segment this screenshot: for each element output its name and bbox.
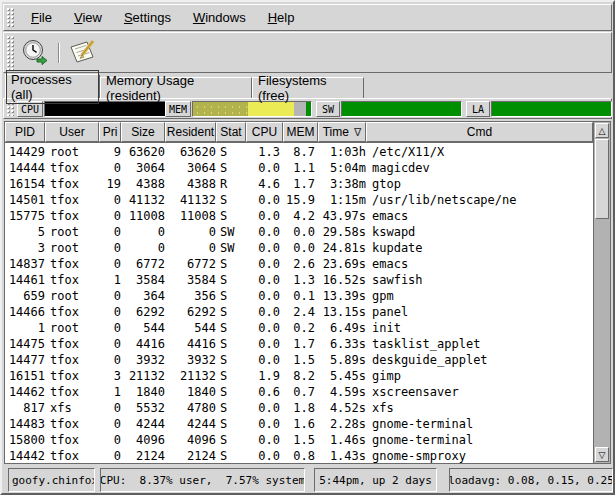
menu-file[interactable]: File: [20, 7, 63, 28]
cell-pid: 15800: [5, 432, 45, 448]
cell-mem: 1.7: [283, 336, 318, 352]
process-row[interactable]: 16154 tfox 19 4388 4388 R 4.6 1.7 3:38m …: [5, 176, 593, 192]
cell-mem: 1.3: [283, 272, 318, 288]
loadavg-monitor-label[interactable]: LA: [466, 101, 490, 117]
column-header-time[interactable]: Time∇: [318, 122, 366, 142]
cell-cmd: /usr/lib/netscape/ne: [366, 192, 593, 208]
process-row[interactable]: 14461 tfox 1 3584 3584 S 0.0 1.3 16.52s …: [5, 272, 593, 288]
cell-user: tfox: [45, 304, 99, 320]
cell-user: tfox: [45, 256, 99, 272]
process-row[interactable]: 14483 tfox 0 4244 4244 S 0.0 1.6 2.28s g…: [5, 416, 593, 432]
cell-cmd: sawfish: [366, 272, 593, 288]
cell-mem: 1.7: [283, 176, 318, 192]
clock-run-icon: [20, 38, 50, 70]
column-header-pri[interactable]: Pri: [99, 122, 121, 142]
cell-cmd: gnome-terminal: [366, 416, 593, 432]
menu-view[interactable]: View: [63, 7, 113, 28]
process-row[interactable]: 3 root 0 0 0 SW 0.0 0.0 24.81s kupdate: [5, 240, 593, 256]
loadavg-bar[interactable]: [491, 101, 612, 117]
process-row[interactable]: 14466 tfox 0 6292 6292 S 0.0 2.4 13.15s …: [5, 304, 593, 320]
process-row[interactable]: 14477 tfox 0 3932 3932 S 0.0 1.5 5.89s d…: [5, 352, 593, 368]
cell-pid: 16151: [5, 368, 45, 384]
tab-memory-usage[interactable]: Memory Usage (resident): [100, 77, 252, 98]
column-header-user[interactable]: User: [45, 122, 99, 142]
column-header-mem[interactable]: MEM: [283, 122, 318, 142]
process-row[interactable]: 817 xfs 0 5532 4780 S 0.0 1.8 4.52s xfs: [5, 400, 593, 416]
process-row[interactable]: 15800 tfox 0 4096 4096 S 0.0 1.5 1.46s g…: [5, 432, 593, 448]
cell-time: 2.28s: [318, 416, 366, 432]
process-row[interactable]: 15775 tfox 0 11008 11008 S 0.0 4.2 43.97…: [5, 208, 593, 224]
menu-file-rest: ile: [39, 10, 52, 25]
cell-stat: S: [216, 288, 246, 304]
tab-filesystems-label: Filesystems (free): [253, 72, 363, 104]
toolbar-separator: [58, 43, 60, 63]
cell-pid: 14462: [5, 384, 45, 400]
column-header-pid[interactable]: PID: [5, 122, 45, 142]
column-header-cpu[interactable]: CPU: [246, 122, 283, 142]
tab-processes[interactable]: Processes (all): [5, 74, 100, 98]
cell-mem: 15.9: [283, 192, 318, 208]
scroll-up-button[interactable]: △: [595, 123, 609, 138]
column-header-stat[interactable]: Stat: [216, 122, 246, 142]
process-row[interactable]: 14442 tfox 0 2124 2124 S 0.0 0.8 1.43s g…: [5, 448, 593, 463]
vertical-scrollbar[interactable]: △ ▽: [593, 122, 610, 463]
menu-settings-key: S: [124, 10, 133, 25]
process-row[interactable]: 14462 tfox 1 1840 1840 S 0.6 0.7 4.59s x…: [5, 384, 593, 400]
cell-time: 5:04m: [318, 160, 366, 176]
tab-filesystems[interactable]: Filesystems (free): [252, 77, 364, 98]
scrollbar-thumb[interactable]: [595, 139, 609, 219]
cell-cpu: 0.0: [246, 336, 283, 352]
menubar-grip-handle[interactable]: [6, 7, 15, 28]
toolbar-grip-handle[interactable]: [6, 35, 15, 70]
cell-cpu: 4.6: [246, 176, 283, 192]
process-row[interactable]: 5 root 0 0 0 SW 0.0 0.0 29.58s kswapd: [5, 224, 593, 240]
gtop-window: File View Settings Windows Help: [0, 0, 615, 495]
cell-pid: 659: [5, 288, 45, 304]
cell-resident: 6772: [165, 256, 216, 272]
memo-button[interactable]: [66, 39, 98, 68]
menu-bar: File View Settings Windows Help: [3, 4, 612, 31]
column-header-size[interactable]: Size: [121, 122, 165, 142]
cell-cpu: 1.3: [246, 144, 283, 160]
cell-size: 6772: [121, 256, 165, 272]
cell-stat: SW: [216, 240, 246, 256]
cell-cmd: /etc/X11/X: [366, 144, 593, 160]
process-row[interactable]: 1 root 0 544 544 S 0.0 0.2 6.49s init: [5, 320, 593, 336]
menu-windows[interactable]: Windows: [182, 7, 257, 28]
cell-user: tfox: [45, 352, 99, 368]
column-header-cmd[interactable]: Cmd: [366, 122, 593, 142]
process-row[interactable]: 14429 root 9 63620 63620 S 1.3 8.7 1:03h…: [5, 144, 593, 160]
process-row[interactable]: 14475 tfox 0 4416 4416 S 0.0 1.7 6.33s t…: [5, 336, 593, 352]
timer-clock-button[interactable]: [19, 39, 51, 68]
cell-cmd: deskguide_applet: [366, 352, 593, 368]
scroll-down-button[interactable]: ▽: [595, 447, 609, 462]
cell-resident: 544: [165, 320, 216, 336]
menu-settings-rest: ettings: [133, 10, 171, 25]
cell-time: 1:03h: [318, 144, 366, 160]
process-row[interactable]: 14501 tfox 0 41132 41132 S 0.0 15.9 1:15…: [5, 192, 593, 208]
menu-settings[interactable]: Settings: [113, 7, 182, 28]
cell-pid: 14475: [5, 336, 45, 352]
cell-mem: 0.2: [283, 320, 318, 336]
sort-descending-icon: ∇: [354, 126, 361, 139]
cell-time: 29.58s: [318, 224, 366, 240]
process-row[interactable]: 14444 tfox 0 3064 3064 S 0.0 1.1 5:04m m…: [5, 160, 593, 176]
cell-mem: 8.2: [283, 368, 318, 384]
cell-stat: S: [216, 448, 246, 463]
cell-size: 0: [121, 240, 165, 256]
resident-header-label: Resident: [167, 125, 214, 139]
menu-help[interactable]: Help: [257, 7, 306, 28]
cell-cpu: 0.0: [246, 160, 283, 176]
cell-user: tfox: [45, 192, 99, 208]
cell-time: 1:15m: [318, 192, 366, 208]
process-row[interactable]: 16151 tfox 3 21132 21132 S 1.9 8.2 5.45s…: [5, 368, 593, 384]
mem-used-segment: [193, 102, 248, 116]
pri-header-label: Pri: [103, 125, 118, 139]
cell-cpu: 0.0: [246, 400, 283, 416]
process-row[interactable]: 659 root 0 364 356 S 0.0 0.1 13.39s gpm: [5, 288, 593, 304]
cell-user: tfox: [45, 176, 99, 192]
cell-stat: S: [216, 384, 246, 400]
column-header-resident[interactable]: Resident: [165, 122, 216, 142]
process-row[interactable]: 14837 tfox 0 6772 6772 S 0.0 2.6 23.69s …: [5, 256, 593, 272]
cell-pid: 14429: [5, 144, 45, 160]
